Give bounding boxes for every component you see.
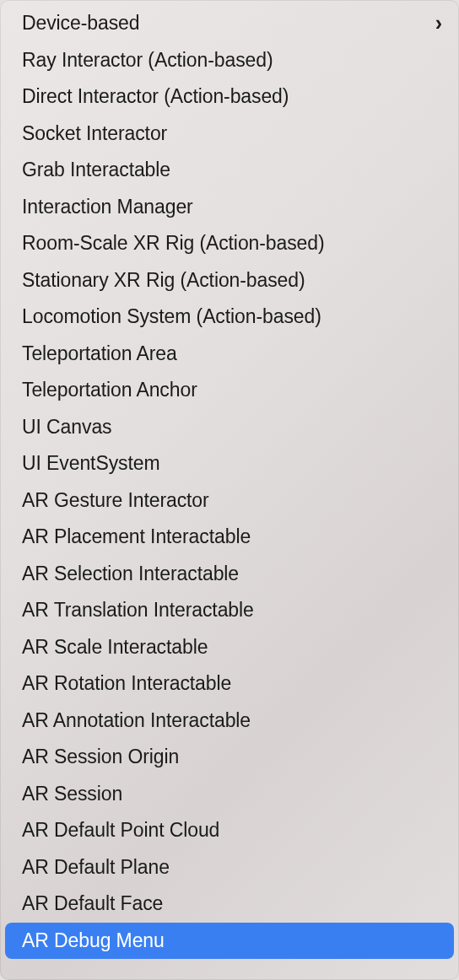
- menu-item-label: AR Default Plane: [22, 856, 170, 879]
- menu-item-label: AR Debug Menu: [22, 929, 165, 952]
- menu-item-label: AR Placement Interactable: [22, 525, 251, 548]
- menu-item-label: Ray Interactor (Action-based): [22, 49, 273, 72]
- menu-item[interactable]: AR Annotation Interactable: [0, 703, 459, 740]
- menu-item[interactable]: AR Debug Menu: [5, 923, 454, 960]
- menu-item[interactable]: AR Session Origin: [0, 739, 459, 776]
- menu-item-label: Room-Scale XR Rig (Action-based): [22, 232, 325, 255]
- menu-item[interactable]: Interaction Manager: [0, 189, 459, 226]
- context-menu: Device-based›Ray Interactor (Action-base…: [0, 0, 459, 980]
- menu-item-label: Direct Interactor (Action-based): [22, 85, 289, 108]
- menu-item[interactable]: UI EventSystem: [0, 445, 459, 482]
- menu-item[interactable]: AR Translation Interactable: [0, 592, 459, 629]
- menu-item[interactable]: Stationary XR Rig (Action-based): [0, 262, 459, 299]
- menu-item-label: Grab Interactable: [22, 159, 170, 181]
- menu-item[interactable]: Teleportation Area: [0, 336, 459, 373]
- menu-item[interactable]: Device-based›: [0, 5, 459, 42]
- menu-item[interactable]: Direct Interactor (Action-based): [0, 78, 459, 116]
- menu-item-label: AR Scale Interactable: [22, 636, 208, 659]
- menu-item[interactable]: Ray Interactor (Action-based): [0, 42, 459, 79]
- menu-item-label: Locomotion System (Action-based): [22, 305, 321, 328]
- menu-item[interactable]: UI Canvas: [0, 409, 459, 446]
- menu-item-label: AR Session: [22, 783, 122, 805]
- menu-item[interactable]: Room-Scale XR Rig (Action-based): [0, 225, 459, 262]
- menu-item-label: Interaction Manager: [22, 196, 193, 218]
- menu-item[interactable]: AR Session: [0, 776, 459, 813]
- menu-item[interactable]: AR Default Point Cloud: [0, 812, 459, 849]
- menu-item-label: AR Session Origin: [22, 746, 179, 768]
- menu-item-label: AR Translation Interactable: [22, 599, 254, 622]
- menu-item-label: AR Default Point Cloud: [22, 819, 219, 842]
- menu-item[interactable]: Locomotion System (Action-based): [0, 299, 459, 336]
- menu-item-label: UI Canvas: [22, 416, 111, 439]
- menu-item[interactable]: AR Gesture Interactor: [0, 482, 459, 520]
- menu-item-label: AR Annotation Interactable: [22, 709, 251, 732]
- menu-item-label: Device-based: [22, 12, 139, 35]
- menu-item[interactable]: AR Scale Interactable: [0, 629, 459, 666]
- chevron-right-icon: ›: [435, 11, 442, 35]
- menu-item[interactable]: AR Selection Interactable: [0, 556, 459, 593]
- menu-item[interactable]: AR Placement Interactable: [0, 519, 459, 556]
- menu-item-label: Teleportation Anchor: [22, 379, 197, 401]
- menu-item[interactable]: Socket Interactor: [0, 116, 459, 153]
- menu-item-label: AR Gesture Interactor: [22, 489, 209, 512]
- menu-item-label: Teleportation Area: [22, 342, 177, 365]
- menu-item[interactable]: Grab Interactable: [0, 152, 459, 189]
- menu-item[interactable]: AR Default Plane: [0, 849, 459, 886]
- menu-item-label: AR Rotation Interactable: [22, 672, 231, 695]
- menu-item[interactable]: AR Rotation Interactable: [0, 665, 459, 703]
- menu-item-label: AR Default Face: [22, 892, 163, 915]
- menu-item[interactable]: Teleportation Anchor: [0, 372, 459, 409]
- menu-item-label: Socket Interactor: [22, 122, 167, 145]
- menu-item-label: UI EventSystem: [22, 452, 160, 475]
- menu-item-label: Stationary XR Rig (Action-based): [22, 269, 305, 292]
- menu-item[interactable]: AR Default Face: [0, 886, 459, 923]
- menu-item-label: AR Selection Interactable: [22, 563, 239, 585]
